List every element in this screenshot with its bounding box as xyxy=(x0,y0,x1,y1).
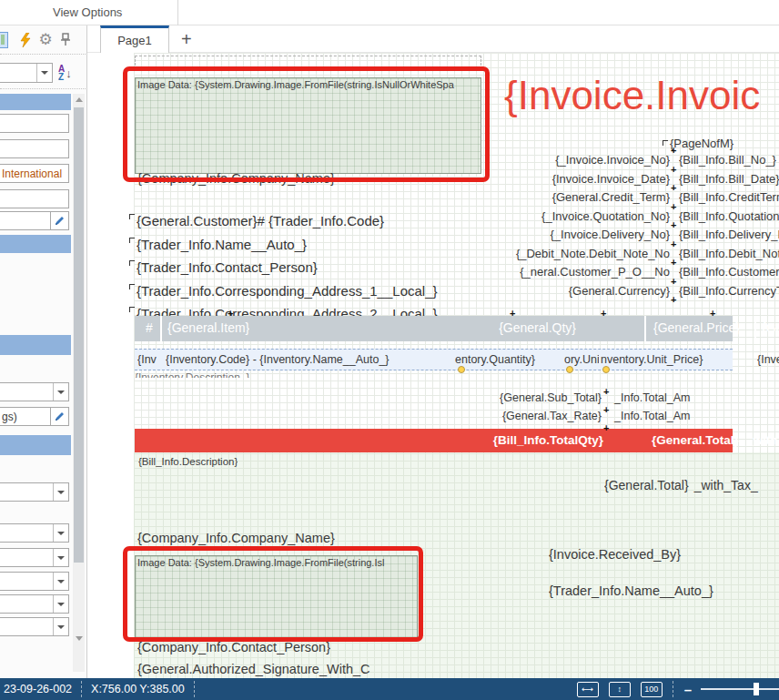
lightning-icon[interactable] xyxy=(15,30,35,50)
panel-scrollbar[interactable] xyxy=(73,94,85,672)
menu-divider xyxy=(177,0,178,25)
clipped-toolbar-icon[interactable] xyxy=(0,32,8,48)
warning-icon xyxy=(602,366,610,373)
taxrate-label[interactable]: {General.Tax_Rate} xyxy=(429,410,602,422)
panel-toolbar: ⚙ xyxy=(0,25,87,55)
chevron-down-icon[interactable] xyxy=(53,383,68,401)
footer-company-name[interactable]: {Company_Info.Company_Name} xyxy=(137,531,335,545)
cell-item[interactable]: {Inventory.Code} - {Inventory.Name__Auto… xyxy=(166,353,390,366)
table-header-band[interactable]: # {General.Item} {General.Qty} {General.… xyxy=(135,316,733,341)
scroll-down-icon[interactable] xyxy=(73,633,85,644)
cell-unit[interactable]: ory.Unit_ xyxy=(564,353,599,366)
property-select-3[interactable] xyxy=(0,523,69,543)
cell-qty[interactable]: entory.Quantity} xyxy=(455,353,560,366)
fit-page-button[interactable]: ↕ xyxy=(609,682,631,697)
add-page-button[interactable]: + xyxy=(181,25,192,53)
cell-amount[interactable]: {Inventory.An xyxy=(757,353,779,366)
sort-az-icon[interactable]: A Z ↓ xyxy=(58,61,82,85)
customer-line[interactable]: {General.Customer}# {Trader_Info.Code} xyxy=(137,209,438,233)
section-header-2[interactable] xyxy=(0,235,71,253)
zoom-slider-handle[interactable] xyxy=(754,683,759,695)
page-nofm-text[interactable]: {PageNofM} xyxy=(670,137,779,150)
customer-line[interactable]: {Trader_Info.Contact_Person} xyxy=(137,256,438,279)
band-with-tax[interactable]: _with_Tax_ xyxy=(746,433,779,447)
tab-page1[interactable]: Page1 xyxy=(100,25,169,53)
cell-price[interactable]: nventory.Unit_Price} xyxy=(601,353,752,366)
properties-panel: ⚙ A Z ↓ xyxy=(0,25,87,678)
property-input-gs[interactable] xyxy=(0,407,51,426)
chop-image-placeholder[interactable]: Image Data: {System.Drawing.Image.FromFi… xyxy=(135,555,418,638)
filter-combobox[interactable] xyxy=(0,63,53,83)
footer-trader-name[interactable]: {Trader_Info.Name__Auto_} xyxy=(549,583,779,598)
warning-icon xyxy=(566,366,573,373)
section-header-4[interactable] xyxy=(0,435,71,455)
info-row: {General.Credit_Term}{Bill_Info.CreditTe… xyxy=(497,190,779,209)
fit-width-button[interactable]: ⟷ xyxy=(577,682,599,697)
subtotal-label[interactable]: {General.Sub_Total} xyxy=(429,391,602,404)
property-input-1[interactable] xyxy=(0,114,69,133)
footer-contact-person[interactable]: {Company_Info.Contact_Person} xyxy=(137,640,330,654)
zoom-slider[interactable] xyxy=(701,688,779,690)
property-select-1[interactable] xyxy=(0,382,69,401)
total-band[interactable]: {Bill_Info.TotalQty} {General.Total} _wi… xyxy=(135,429,733,452)
subtotal-amount[interactable]: _Info.Total_Am xyxy=(614,391,690,404)
col-price[interactable]: {General.Price} xyxy=(653,320,740,335)
col-total[interactable]: {General.T xyxy=(762,320,779,335)
logo-image-placeholder[interactable]: Image Data: {System.Drawing.Image.FromFi… xyxy=(135,77,481,174)
table-detail-row[interactable]: {Inv {Inventory.Code} - {Inventory.Name_… xyxy=(135,349,733,370)
taxrate-row: {General.Tax_Rate}_Info.Total_Am xyxy=(429,410,690,422)
band-total[interactable]: {General.Total} xyxy=(652,433,739,447)
clipped-description-row: {Inventory.Description_} xyxy=(135,371,499,378)
auth-signature-left[interactable]: {General.Authorized_Signature_With_C xyxy=(137,662,370,676)
section-header-1[interactable] xyxy=(0,94,71,110)
edit-pencil-button-2[interactable] xyxy=(50,407,69,426)
property-select-6[interactable] xyxy=(0,594,69,614)
invoice-info-rows: {Invoice.Invoice_No_}{Bill_Info.Bill_No_… xyxy=(497,153,779,302)
clipped-band-edge xyxy=(135,56,481,66)
info-row: {Invoice.Invoice_Date}{Bill_Info.Bill_Da… xyxy=(497,172,779,191)
property-select-2[interactable] xyxy=(0,482,69,502)
col-number[interactable]: # xyxy=(146,320,153,335)
design-surface[interactable]: Image Data: {System.Drawing.Image.FromFi… xyxy=(87,53,779,678)
customer-line[interactable]: {Trader_Info.Corresponding_Address_1__Lo… xyxy=(137,279,438,303)
document-number: 23-09-26-002 xyxy=(0,678,81,700)
band-total-qty[interactable]: {Bill_Info.TotalQty} xyxy=(471,433,603,447)
gear-icon[interactable]: ⚙ xyxy=(35,30,56,50)
invoice-title-text[interactable]: {Invoice.Invoic xyxy=(504,73,779,120)
col-qty[interactable]: {General.Qty} xyxy=(485,320,576,335)
property-input-3[interactable] xyxy=(0,189,69,208)
property-input-4[interactable] xyxy=(0,211,51,230)
property-input-2[interactable] xyxy=(0,139,69,158)
info-row: Debit_Note.Debit_Note_No_}{Bill_Info.Deb… xyxy=(497,247,779,266)
filter-row: A Z ↓ xyxy=(0,58,87,89)
cursor-coordinates: X:756.00 Y:385.00 xyxy=(82,678,194,700)
info-row: neral.Customer_P_O__No_}{Bill_Info.Custo… xyxy=(497,265,779,284)
sort-arrow: ↓ xyxy=(66,66,72,80)
zoom-100-button[interactable]: 100 xyxy=(641,682,663,697)
subtotal-row: {General.Sub_Total}_Info.Total_Am xyxy=(429,391,690,404)
customer-address-block: {General.Customer}# {Trader_Info.Code} {… xyxy=(137,209,438,326)
property-select-7[interactable] xyxy=(0,617,69,636)
info-row: {Invoice.Quotation_No_}{Bill_Info.Quotat… xyxy=(497,209,779,228)
info-row: {General.Currency}{Bill_Info.CurrencyTe xyxy=(497,284,779,303)
property-select-5[interactable] xyxy=(0,572,69,591)
scrollbar-thumb[interactable] xyxy=(74,107,84,563)
customer-line[interactable]: {Trader_Info.Name__Auto_} xyxy=(137,233,438,257)
total-with-tax-text[interactable]: {General.Total}_with_Tax_ xyxy=(604,478,779,492)
received-by-text[interactable]: {Invoice.Received_By} xyxy=(549,547,779,562)
taxrate-amount[interactable]: _Info.Total_Am xyxy=(614,410,690,422)
property-select-4[interactable] xyxy=(0,548,69,567)
scroll-up-icon[interactable] xyxy=(73,94,85,106)
chevron-down-icon[interactable] xyxy=(36,64,52,82)
menu-view-options[interactable]: View Options xyxy=(53,5,122,19)
zoom-out-button[interactable]: – xyxy=(684,682,692,697)
company-name-text[interactable]: {Company_Info.Company_Name} xyxy=(137,171,429,186)
property-input-international[interactable] xyxy=(0,164,69,183)
bill-description-text[interactable]: {Bill_Info.Description} xyxy=(138,456,238,467)
pin-icon[interactable] xyxy=(56,30,76,50)
section-header-3[interactable] xyxy=(0,335,71,355)
edit-pencil-button-1[interactable] xyxy=(50,211,69,230)
cell-number[interactable]: {Inv xyxy=(137,353,157,366)
selection-handles xyxy=(671,145,676,313)
col-item[interactable]: {General.Item} xyxy=(167,320,249,335)
